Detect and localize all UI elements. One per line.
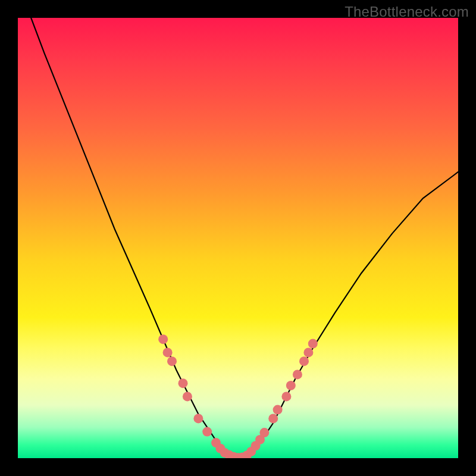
marker-left-0 xyxy=(158,334,168,344)
marker-right-7 xyxy=(273,405,283,415)
series-left-curve xyxy=(31,18,238,458)
marker-right-5 xyxy=(259,428,269,437)
marker-left-5 xyxy=(193,414,203,423)
plot-area xyxy=(18,18,458,458)
marker-left-4 xyxy=(183,392,192,401)
marker-left-2 xyxy=(167,356,177,366)
marker-left-3 xyxy=(178,378,188,388)
marker-right-10 xyxy=(293,369,302,379)
watermark-text: TheBottleneck.com xyxy=(345,4,469,20)
marker-right-11 xyxy=(299,356,309,366)
chart-stage: TheBottleneck.com xyxy=(0,0,476,476)
marker-right-6 xyxy=(268,414,278,423)
marker-right-9 xyxy=(286,381,296,390)
chart-svg xyxy=(18,18,458,458)
marker-right-12 xyxy=(303,347,313,357)
marker-right-13 xyxy=(308,339,318,349)
marker-left-1 xyxy=(163,347,173,357)
marker-left-6 xyxy=(202,427,212,437)
marker-right-8 xyxy=(281,392,291,401)
